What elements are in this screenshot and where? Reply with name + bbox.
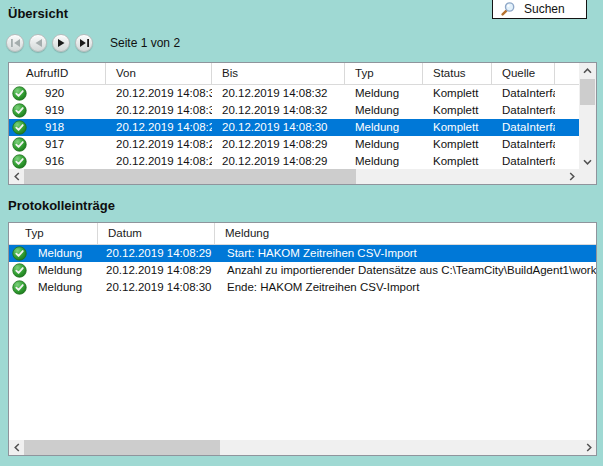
- aufrufid-cell: 917: [9, 136, 106, 153]
- quelle-cell: DataInterface: [492, 153, 555, 169]
- column-header-bis[interactable]: Bis: [212, 63, 345, 84]
- column-header-aufrufid[interactable]: AufrufID: [9, 63, 106, 84]
- scroll-up-icon[interactable]: [579, 63, 596, 78]
- bis-cell: 20.12.2019 14:08:32: [212, 85, 345, 102]
- scrollbar-corner: [579, 169, 596, 184]
- meldung-cell: Start: HAKOM Zeitreihen CSV-Import: [215, 245, 596, 262]
- aufrufid-cell: 919: [9, 102, 106, 119]
- column-header-meldung[interactable]: Meldung: [215, 223, 596, 244]
- von-cell: 20.12.2019 14:08:29: [106, 119, 212, 136]
- quelle-cell: DataInterface: [492, 85, 555, 102]
- success-icon: [12, 86, 27, 101]
- previous-page-button[interactable]: [29, 34, 47, 52]
- bis-cell: 20.12.2019 14:08:29: [212, 136, 345, 153]
- column-header-quelle[interactable]: Quelle: [492, 63, 555, 84]
- success-icon: [12, 246, 27, 261]
- von-cell: 20.12.2019 14:08:29: [106, 153, 212, 169]
- column-header-status[interactable]: Status: [423, 63, 492, 84]
- aufrufid-cell: 916: [9, 153, 106, 169]
- first-page-icon: [11, 39, 20, 47]
- bis-cell: 20.12.2019 14:08:30: [212, 119, 345, 136]
- status-cell: Komplett: [423, 119, 492, 136]
- bis-cell: 20.12.2019 14:08:32: [212, 102, 345, 119]
- success-icon: [12, 137, 27, 152]
- success-icon: [12, 154, 27, 169]
- typ-cell: Meldung: [345, 85, 423, 102]
- table-row[interactable]: 91820.12.2019 14:08:2920.12.2019 14:08:3…: [9, 119, 579, 136]
- protocol-title: Protokolleinträge: [8, 198, 115, 213]
- column-header-typ[interactable]: Typ: [345, 63, 423, 84]
- column-header-typ[interactable]: Typ: [9, 223, 98, 244]
- quelle-cell: DataInterface: [492, 102, 555, 119]
- next-page-icon: [58, 39, 65, 47]
- aufrufid-cell: 918: [9, 119, 106, 136]
- column-header-filler: [555, 63, 579, 84]
- scroll-left-icon[interactable]: [9, 440, 24, 455]
- protocol-table: Typ Datum Meldung Meldung20.12.2019 14:0…: [8, 222, 597, 456]
- log-viewer-window: { "colors": { "background": "#9fd9d3", "…: [0, 0, 603, 466]
- horizontal-scrollbar-thumb[interactable]: [24, 169, 356, 184]
- success-icon: [12, 103, 27, 118]
- typ-cell: Meldung: [345, 119, 423, 136]
- first-page-button[interactable]: [6, 34, 24, 52]
- search-button[interactable]: Suchen: [492, 0, 587, 19]
- table-row[interactable]: 91620.12.2019 14:08:2920.12.2019 14:08:2…: [9, 153, 579, 169]
- scroll-down-icon[interactable]: [579, 154, 596, 169]
- scroll-right-icon[interactable]: [581, 440, 596, 455]
- search-icon: [501, 1, 516, 16]
- last-page-icon: [80, 39, 89, 47]
- next-page-button[interactable]: [52, 34, 70, 52]
- column-header-datum[interactable]: Datum: [98, 223, 215, 244]
- typ-cell: Meldung: [345, 153, 423, 169]
- previous-page-icon: [35, 39, 42, 47]
- meldung-cell: Ende: HAKOM Zeitreihen CSV-Import: [215, 279, 596, 296]
- pagination: Seite 1 von 2: [6, 33, 180, 53]
- table-row[interactable]: Meldung20.12.2019 14:08:29Start: HAKOM Z…: [9, 245, 596, 262]
- meldung-cell: Anzahl zu importierender Datensätze aus …: [215, 262, 596, 279]
- overview-table-header: AufrufID Von Bis Typ Status Quelle: [9, 63, 579, 85]
- column-header-von[interactable]: Von: [106, 63, 212, 84]
- bis-cell: 20.12.2019 14:08:29: [212, 153, 345, 169]
- quelle-cell: DataInterface: [492, 119, 555, 136]
- protocol-table-header: Typ Datum Meldung: [9, 223, 596, 245]
- overview-horizontal-scrollbar[interactable]: [9, 169, 579, 184]
- typ-cell: Meldung: [345, 102, 423, 119]
- protocol-table-body: Meldung20.12.2019 14:08:29Start: HAKOM Z…: [9, 245, 596, 296]
- typ-cell: Meldung: [345, 136, 423, 153]
- typ-cell: Meldung: [9, 245, 98, 262]
- success-icon: [12, 263, 27, 278]
- datum-cell: 20.12.2019 14:08:29: [98, 245, 215, 262]
- von-cell: 20.12.2019 14:08:30: [106, 102, 212, 119]
- search-button-label: Suchen: [524, 2, 565, 16]
- table-row[interactable]: 91920.12.2019 14:08:3020.12.2019 14:08:3…: [9, 102, 579, 119]
- horizontal-scrollbar-thumb[interactable]: [24, 440, 220, 455]
- von-cell: 20.12.2019 14:08:32: [106, 85, 212, 102]
- datum-cell: 20.12.2019 14:08:30: [98, 279, 215, 296]
- overview-table: AufrufID Von Bis Typ Status Quelle 92020…: [8, 62, 597, 185]
- scroll-right-icon[interactable]: [564, 169, 579, 184]
- vertical-scrollbar-thumb[interactable]: [580, 79, 595, 105]
- scroll-left-icon[interactable]: [9, 169, 24, 184]
- success-icon: [12, 280, 27, 295]
- status-cell: Komplett: [423, 153, 492, 169]
- status-cell: Komplett: [423, 102, 492, 119]
- quelle-cell: DataInterface: [492, 136, 555, 153]
- aufrufid-cell: 920: [9, 85, 106, 102]
- overview-table-body: 92020.12.2019 14:08:3220.12.2019 14:08:3…: [9, 85, 579, 169]
- success-icon: [12, 120, 27, 135]
- table-row[interactable]: 91720.12.2019 14:08:2920.12.2019 14:08:2…: [9, 136, 579, 153]
- status-cell: Komplett: [423, 85, 492, 102]
- typ-cell: Meldung: [9, 279, 98, 296]
- table-row[interactable]: Meldung20.12.2019 14:08:30Ende: HAKOM Ze…: [9, 279, 596, 296]
- page-indicator: Seite 1 von 2: [110, 36, 180, 50]
- datum-cell: 20.12.2019 14:08:29: [98, 262, 215, 279]
- table-row[interactable]: 92020.12.2019 14:08:3220.12.2019 14:08:3…: [9, 85, 579, 102]
- overview-title: Übersicht: [8, 6, 68, 21]
- typ-cell: Meldung: [9, 262, 98, 279]
- table-row[interactable]: Meldung20.12.2019 14:08:29Anzahl zu impo…: [9, 262, 596, 279]
- last-page-button[interactable]: [75, 34, 93, 52]
- protocol-horizontal-scrollbar[interactable]: [9, 440, 596, 455]
- von-cell: 20.12.2019 14:08:29: [106, 136, 212, 153]
- status-cell: Komplett: [423, 136, 492, 153]
- overview-vertical-scrollbar[interactable]: [579, 63, 596, 169]
